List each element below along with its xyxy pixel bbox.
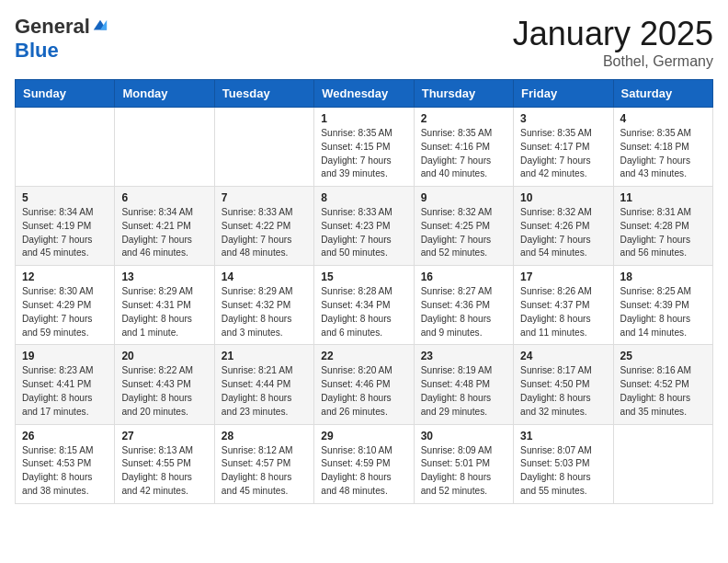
day-info: Sunrise: 8:29 AM Sunset: 4:31 PM Dayligh…	[121, 285, 207, 339]
logo-icon	[92, 18, 108, 35]
day-info: Sunrise: 8:28 AM Sunset: 4:34 PM Dayligh…	[321, 285, 406, 339]
calendar-cell: 17Sunrise: 8:26 AM Sunset: 4:37 PM Dayli…	[514, 266, 613, 345]
calendar-table: SundayMondayTuesdayWednesdayThursdayFrid…	[15, 79, 713, 504]
day-number: 21	[222, 350, 307, 362]
day-info: Sunrise: 8:20 AM Sunset: 4:46 PM Dayligh…	[321, 364, 406, 419]
day-number: 5	[22, 191, 108, 204]
day-number: 19	[22, 350, 108, 362]
day-number: 16	[421, 270, 506, 283]
calendar-cell: 5Sunrise: 8:34 AM Sunset: 4:19 PM Daylig…	[16, 187, 115, 266]
day-info: Sunrise: 8:33 AM Sunset: 4:23 PM Dayligh…	[321, 206, 406, 260]
day-number: 26	[22, 430, 108, 442]
day-info: Sunrise: 8:17 AM Sunset: 4:50 PM Dayligh…	[520, 364, 606, 419]
day-info: Sunrise: 8:07 AM Sunset: 5:03 PM Dayligh…	[520, 444, 606, 499]
day-info: Sunrise: 8:10 AM Sunset: 4:59 PM Dayligh…	[321, 444, 406, 499]
calendar-cell: 28Sunrise: 8:12 AM Sunset: 4:57 PM Dayli…	[214, 424, 313, 503]
day-number: 29	[321, 430, 406, 442]
day-info: Sunrise: 8:25 AM Sunset: 4:39 PM Dayligh…	[620, 285, 706, 339]
calendar-cell	[115, 108, 214, 187]
calendar-cell	[613, 424, 712, 503]
day-info: Sunrise: 8:16 AM Sunset: 4:52 PM Dayligh…	[620, 364, 706, 419]
calendar-cell: 10Sunrise: 8:32 AM Sunset: 4:26 PM Dayli…	[514, 187, 613, 266]
month-title: January 2025	[513, 15, 713, 53]
day-info: Sunrise: 8:34 AM Sunset: 4:19 PM Dayligh…	[22, 206, 108, 260]
day-info: Sunrise: 8:29 AM Sunset: 4:32 PM Dayligh…	[222, 285, 307, 339]
calendar-week-row: 12Sunrise: 8:30 AM Sunset: 4:29 PM Dayli…	[16, 266, 713, 345]
calendar-cell: 29Sunrise: 8:10 AM Sunset: 4:59 PM Dayli…	[314, 424, 414, 503]
day-number: 2	[421, 112, 506, 125]
day-number: 30	[421, 430, 506, 442]
calendar-cell: 14Sunrise: 8:29 AM Sunset: 4:32 PM Dayli…	[214, 266, 313, 345]
day-number: 12	[22, 270, 108, 283]
day-number: 31	[520, 430, 606, 442]
day-number: 7	[222, 191, 307, 204]
day-number: 17	[520, 270, 606, 283]
day-info: Sunrise: 8:21 AM Sunset: 4:44 PM Dayligh…	[222, 364, 307, 419]
logo-blue: Blue	[15, 39, 59, 63]
calendar-cell: 18Sunrise: 8:25 AM Sunset: 4:39 PM Dayli…	[613, 266, 712, 345]
calendar-week-row: 1Sunrise: 8:35 AM Sunset: 4:15 PM Daylig…	[16, 108, 713, 187]
day-info: Sunrise: 8:09 AM Sunset: 5:01 PM Dayligh…	[421, 444, 506, 499]
day-number: 23	[421, 350, 506, 362]
calendar-cell: 12Sunrise: 8:30 AM Sunset: 4:29 PM Dayli…	[16, 266, 115, 345]
day-number: 15	[321, 270, 406, 283]
calendar-week-row: 19Sunrise: 8:23 AM Sunset: 4:41 PM Dayli…	[16, 345, 713, 424]
calendar-cell: 24Sunrise: 8:17 AM Sunset: 4:50 PM Dayli…	[514, 345, 613, 424]
day-number: 27	[121, 430, 207, 442]
calendar-cell: 26Sunrise: 8:15 AM Sunset: 4:53 PM Dayli…	[16, 424, 115, 503]
day-info: Sunrise: 8:33 AM Sunset: 4:22 PM Dayligh…	[222, 206, 307, 260]
calendar-day-header: Thursday	[414, 80, 513, 108]
day-info: Sunrise: 8:32 AM Sunset: 4:25 PM Dayligh…	[421, 206, 506, 260]
day-number: 10	[520, 191, 606, 204]
calendar-cell: 11Sunrise: 8:31 AM Sunset: 4:28 PM Dayli…	[613, 187, 712, 266]
logo-general: General	[15, 15, 90, 39]
calendar-cell: 25Sunrise: 8:16 AM Sunset: 4:52 PM Dayli…	[613, 345, 712, 424]
day-info: Sunrise: 8:26 AM Sunset: 4:37 PM Dayligh…	[520, 285, 606, 339]
calendar-cell: 22Sunrise: 8:20 AM Sunset: 4:46 PM Dayli…	[314, 345, 414, 424]
calendar-day-header: Saturday	[613, 80, 712, 108]
calendar-day-header: Sunday	[16, 80, 115, 108]
day-number: 13	[121, 270, 207, 283]
day-number: 6	[121, 191, 207, 204]
day-number: 11	[620, 191, 706, 204]
calendar-cell	[214, 108, 313, 187]
calendar-cell: 9Sunrise: 8:32 AM Sunset: 4:25 PM Daylig…	[414, 187, 513, 266]
calendar-cell	[16, 108, 115, 187]
calendar-day-header: Monday	[115, 80, 214, 108]
day-number: 25	[620, 350, 706, 362]
calendar-cell: 2Sunrise: 8:35 AM Sunset: 4:16 PM Daylig…	[414, 108, 513, 187]
day-info: Sunrise: 8:35 AM Sunset: 4:15 PM Dayligh…	[321, 127, 406, 181]
calendar-cell: 4Sunrise: 8:35 AM Sunset: 4:18 PM Daylig…	[613, 108, 712, 187]
day-info: Sunrise: 8:32 AM Sunset: 4:26 PM Dayligh…	[520, 206, 606, 260]
title-block: January 2025 Bothel, Germany	[513, 15, 713, 70]
day-number: 3	[520, 112, 606, 125]
location: Bothel, Germany	[513, 53, 713, 70]
day-number: 28	[222, 430, 307, 442]
day-info: Sunrise: 8:35 AM Sunset: 4:16 PM Dayligh…	[421, 127, 506, 181]
calendar-cell: 31Sunrise: 8:07 AM Sunset: 5:03 PM Dayli…	[514, 424, 613, 503]
calendar-week-row: 26Sunrise: 8:15 AM Sunset: 4:53 PM Dayli…	[16, 424, 713, 503]
day-info: Sunrise: 8:12 AM Sunset: 4:57 PM Dayligh…	[222, 444, 307, 499]
day-number: 1	[321, 112, 406, 125]
calendar-cell: 8Sunrise: 8:33 AM Sunset: 4:23 PM Daylig…	[314, 187, 414, 266]
calendar-header-row: SundayMondayTuesdayWednesdayThursdayFrid…	[16, 80, 713, 108]
calendar-cell: 30Sunrise: 8:09 AM Sunset: 5:01 PM Dayli…	[414, 424, 513, 503]
calendar-cell: 15Sunrise: 8:28 AM Sunset: 4:34 PM Dayli…	[314, 266, 414, 345]
day-info: Sunrise: 8:27 AM Sunset: 4:36 PM Dayligh…	[421, 285, 506, 339]
calendar-cell: 6Sunrise: 8:34 AM Sunset: 4:21 PM Daylig…	[115, 187, 214, 266]
day-info: Sunrise: 8:22 AM Sunset: 4:43 PM Dayligh…	[121, 364, 207, 419]
day-number: 14	[222, 270, 307, 283]
calendar-day-header: Tuesday	[214, 80, 313, 108]
day-info: Sunrise: 8:19 AM Sunset: 4:48 PM Dayligh…	[421, 364, 506, 419]
calendar-cell: 7Sunrise: 8:33 AM Sunset: 4:22 PM Daylig…	[214, 187, 313, 266]
calendar-day-header: Wednesday	[314, 80, 414, 108]
day-info: Sunrise: 8:34 AM Sunset: 4:21 PM Dayligh…	[121, 206, 207, 260]
day-info: Sunrise: 8:35 AM Sunset: 4:18 PM Dayligh…	[620, 127, 706, 181]
day-number: 24	[520, 350, 606, 362]
day-info: Sunrise: 8:13 AM Sunset: 4:55 PM Dayligh…	[121, 444, 207, 499]
day-info: Sunrise: 8:23 AM Sunset: 4:41 PM Dayligh…	[22, 364, 108, 419]
calendar-cell: 21Sunrise: 8:21 AM Sunset: 4:44 PM Dayli…	[214, 345, 313, 424]
day-info: Sunrise: 8:15 AM Sunset: 4:53 PM Dayligh…	[22, 444, 108, 499]
day-number: 20	[121, 350, 207, 362]
calendar-cell: 13Sunrise: 8:29 AM Sunset: 4:31 PM Dayli…	[115, 266, 214, 345]
